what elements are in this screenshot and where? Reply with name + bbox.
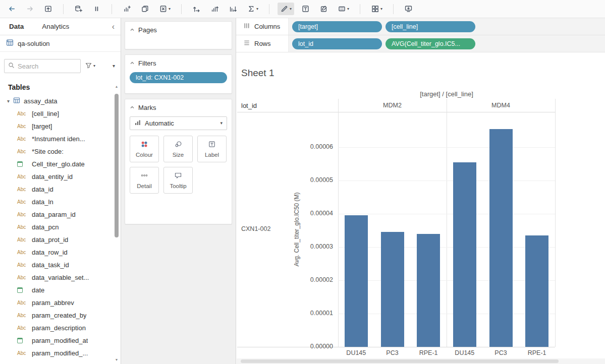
scroll-up-button[interactable]: ▲ xyxy=(114,84,119,90)
columns-shelf[interactable]: [target][cell_line] xyxy=(289,18,605,35)
sort-descending-button[interactable] xyxy=(226,3,240,15)
field-item[interactable]: Abcparam_modified_... xyxy=(0,347,121,359)
field-item[interactable]: Abcdata_param_id xyxy=(0,208,121,221)
scrollbar-thumb[interactable] xyxy=(241,359,559,363)
fit-button[interactable]: ▾ xyxy=(335,3,352,15)
data-pane-menu-button[interactable]: ▾ xyxy=(111,62,117,70)
redo-button[interactable] xyxy=(23,3,37,15)
field-item[interactable]: param_modified_at xyxy=(0,334,121,347)
text-field-icon: Abc xyxy=(17,300,28,306)
field-item[interactable]: Abcdata_row_id xyxy=(0,246,121,259)
table-icon xyxy=(13,97,20,105)
collapse-card-button[interactable] xyxy=(130,26,135,34)
table-assay-data[interactable]: ▾ assay_data xyxy=(0,94,121,107)
filter-pill-lot-id[interactable]: lot_id: CXN1-002 xyxy=(130,72,227,83)
shelf-pill-lot-id[interactable]: lot_id xyxy=(292,38,382,49)
search-box[interactable] xyxy=(4,59,81,73)
field-item[interactable]: Abc[target] xyxy=(0,120,121,133)
horizontal-scrollbar[interactable] xyxy=(237,358,605,364)
size-button[interactable]: Size xyxy=(163,136,193,162)
rows-icon xyxy=(243,39,250,48)
scrollbar-thumb[interactable] xyxy=(115,94,119,237)
field-item[interactable]: Abc*Site code: xyxy=(0,145,121,158)
tab-analytics[interactable]: Analytics xyxy=(33,18,78,35)
detail-button[interactable]: Detail xyxy=(130,167,159,194)
dropdown-caret-icon: ▾ xyxy=(256,7,258,11)
filters-card-title: Filters xyxy=(138,59,156,67)
shelf-pill--cell-line-[interactable]: [cell_line] xyxy=(386,21,475,32)
field-item[interactable]: Abcparam_abbrev xyxy=(0,296,121,309)
text-field-icon: Abc xyxy=(17,250,28,255)
sort-ascending-button[interactable] xyxy=(208,3,222,15)
funnel-icon xyxy=(85,62,92,71)
rows-shelf[interactable]: lot_idAVG(Cell_titer_glo.IC5... xyxy=(289,35,605,52)
field-item[interactable]: Abcdata_entity_id xyxy=(0,170,121,183)
pages-card-title: Pages xyxy=(138,26,157,34)
field-item[interactable]: Abcdata_id xyxy=(0,183,121,196)
field-item[interactable]: Abcdata_ln xyxy=(0,196,121,208)
field-item[interactable]: Abcdata_variable_set... xyxy=(0,271,121,284)
field-item[interactable]: Abcdata_prot_id xyxy=(0,233,121,246)
show-mark-labels-button[interactable] xyxy=(299,3,312,15)
format-icon xyxy=(319,5,328,13)
presentation-mode-button[interactable] xyxy=(402,3,415,15)
text-field-icon: Abc xyxy=(17,149,28,154)
duplicate-sheet-button[interactable] xyxy=(138,3,152,15)
format-button[interactable] xyxy=(317,3,331,15)
swap-rows-columns-button[interactable] xyxy=(190,3,203,15)
new-worksheet-button[interactable] xyxy=(120,3,134,15)
colour-button[interactable]: Colour xyxy=(130,136,159,162)
field-item[interactable]: Abcdata_task_id xyxy=(0,259,121,271)
arrow-right-icon xyxy=(26,5,34,13)
date-field-icon xyxy=(17,287,28,293)
search-input[interactable] xyxy=(18,63,77,70)
collapse-card-button[interactable] xyxy=(130,104,135,111)
field-item[interactable]: Abcdata_pcn xyxy=(0,221,121,233)
field-item[interactable]: Abc[cell_line] xyxy=(0,107,121,120)
field-item[interactable]: Abcparam_description xyxy=(0,322,121,334)
shelf-pill-avg-cell-titer-glo-ic5-[interactable]: AVG(Cell_titer_glo.IC5... xyxy=(386,38,475,49)
mark-type-dropdown[interactable]: Automatic ▾ xyxy=(130,116,227,130)
fields-scrollbar[interactable]: ▲ ▼ xyxy=(114,84,119,364)
columns-icon xyxy=(243,22,250,31)
field-item[interactable]: Abc*Instrument iden... xyxy=(0,133,121,145)
save-button[interactable] xyxy=(41,3,55,15)
columns-shelf-label: Columns xyxy=(236,18,289,35)
text-field-icon: Abc xyxy=(17,262,28,268)
totals-icon xyxy=(247,5,255,13)
show-hide-cards-button[interactable]: ▾ xyxy=(368,3,385,15)
new-worksheet-icon xyxy=(123,5,131,13)
clear-sheet-button[interactable]: ▾ xyxy=(156,3,173,15)
tab-data-label: Data xyxy=(9,23,24,30)
scroll-down-button[interactable]: ▼ xyxy=(114,357,119,363)
bar-chart-icon xyxy=(134,119,141,128)
toolbar-separator xyxy=(360,4,360,14)
pause-auto-updates-button[interactable] xyxy=(90,3,103,15)
field-filter-button[interactable]: ▾ xyxy=(83,60,97,72)
highlight-button[interactable]: ▾ xyxy=(278,3,294,15)
collapse-pane-button[interactable]: ‹ xyxy=(106,18,121,35)
rows-label-text: Rows xyxy=(254,40,271,47)
totals-button[interactable]: ▾ xyxy=(244,3,261,15)
undo-button[interactable] xyxy=(5,3,19,15)
field-label: param_abbrev xyxy=(32,299,74,307)
tab-data[interactable]: Data xyxy=(0,18,33,35)
columns-shelf-row: Columns [target][cell_line] xyxy=(236,18,605,35)
text-field-icon: Abc xyxy=(17,313,28,318)
field-label: data_ln xyxy=(32,198,53,206)
toolbar-separator xyxy=(269,4,269,14)
collapse-card-button[interactable] xyxy=(130,59,135,67)
shelf-pill--target-[interactable]: [target] xyxy=(292,21,382,32)
label-button[interactable]: Label xyxy=(197,136,227,162)
field-item[interactable]: date xyxy=(0,284,121,296)
save-icon xyxy=(44,5,52,13)
dropdown-caret-icon: ▾ xyxy=(380,7,382,11)
datasource-row[interactable]: qa-solution xyxy=(0,35,121,52)
cards-pane: Pages Filters lot_id: CXN1-002 Marks Aut… xyxy=(121,18,236,364)
tooltip-button[interactable]: Tooltip xyxy=(163,167,193,194)
field-item[interactable]: Abcparam_created_by xyxy=(0,309,121,322)
field-item[interactable]: Cell_titer_glo.date xyxy=(0,158,121,170)
sheet-title: Sheet 1 xyxy=(241,68,274,79)
field-label: data_prot_id xyxy=(32,236,68,244)
new-data-source-button[interactable] xyxy=(72,3,85,15)
